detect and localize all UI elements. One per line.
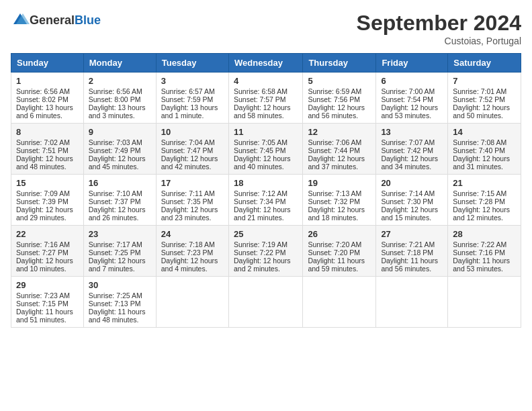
day-number: 17 bbox=[161, 178, 224, 188]
day-info-line: Daylight: 12 hours bbox=[381, 205, 443, 214]
day-number: 4 bbox=[234, 76, 298, 86]
calendar-table: SundayMondayTuesdayWednesdayThursdayFrid… bbox=[11, 53, 521, 328]
calendar-cell: 16Sunrise: 7:10 AMSunset: 7:37 PMDayligh… bbox=[83, 175, 156, 226]
day-number: 3 bbox=[161, 76, 224, 86]
calendar-cell bbox=[156, 277, 228, 328]
day-info-line: Daylight: 12 hours bbox=[161, 257, 224, 265]
day-info-line: Sunset: 7:13 PM bbox=[89, 300, 151, 308]
day-info-line: and 56 minutes. bbox=[381, 265, 443, 273]
day-info-line: Sunset: 7:59 PM bbox=[161, 95, 224, 103]
day-info-line: Daylight: 13 hours bbox=[161, 103, 224, 111]
day-info-line: Sunrise: 7:00 AM bbox=[381, 87, 443, 95]
day-info-line: Daylight: 11 hours bbox=[308, 257, 371, 265]
calendar-week-row: 15Sunrise: 7:09 AMSunset: 7:39 PMDayligh… bbox=[11, 175, 521, 226]
day-number: 1 bbox=[16, 76, 79, 86]
day-info-line: Daylight: 13 hours bbox=[16, 103, 79, 111]
weekday-header: Sunday bbox=[11, 54, 84, 73]
day-info-line: Daylight: 12 hours bbox=[89, 205, 151, 214]
day-info-line: Daylight: 11 hours bbox=[16, 308, 79, 316]
day-info-line: and 29 minutes. bbox=[16, 214, 79, 222]
day-info-line: Daylight: 12 hours bbox=[89, 257, 151, 265]
day-number: 14 bbox=[453, 127, 516, 137]
day-info-line: Sunset: 7:45 PM bbox=[234, 146, 298, 154]
day-info-line: and 21 minutes. bbox=[234, 214, 298, 222]
day-info-line: and 15 minutes. bbox=[381, 214, 443, 222]
weekday-header: Friday bbox=[376, 54, 448, 73]
day-info-line: and 56 minutes. bbox=[308, 111, 371, 120]
calendar-cell: 1Sunrise: 6:56 AMSunset: 8:02 PMDaylight… bbox=[11, 73, 84, 124]
day-number: 9 bbox=[89, 127, 151, 137]
calendar-cell bbox=[448, 277, 521, 328]
day-number: 18 bbox=[234, 178, 298, 188]
day-info-line: and 4 minutes. bbox=[161, 265, 224, 273]
day-info-line: Daylight: 12 hours bbox=[453, 205, 516, 214]
day-info-line: Daylight: 12 hours bbox=[381, 154, 443, 163]
day-number: 19 bbox=[308, 178, 371, 188]
day-number: 22 bbox=[16, 229, 79, 239]
day-info-line: Daylight: 11 hours bbox=[89, 308, 151, 316]
location: Custoias, Portugal bbox=[357, 36, 521, 46]
day-info-line: Daylight: 12 hours bbox=[16, 205, 79, 214]
day-info-line: and 3 minutes. bbox=[89, 111, 151, 120]
day-number: 5 bbox=[308, 76, 371, 86]
calendar-cell: 3Sunrise: 6:57 AMSunset: 7:59 PMDaylight… bbox=[156, 73, 228, 124]
calendar-cell: 5Sunrise: 6:59 AMSunset: 7:56 PMDaylight… bbox=[303, 73, 376, 124]
day-info-line: Sunset: 8:00 PM bbox=[89, 95, 151, 103]
day-info-line: Daylight: 12 hours bbox=[234, 103, 298, 111]
day-info-line: Sunset: 7:52 PM bbox=[453, 95, 516, 103]
day-info-line: and 50 minutes. bbox=[453, 111, 516, 120]
day-number: 10 bbox=[161, 127, 224, 137]
day-info-line: and 51 minutes. bbox=[16, 316, 79, 324]
calendar-cell: 8Sunrise: 7:02 AMSunset: 7:51 PMDaylight… bbox=[11, 124, 84, 175]
weekday-header: Tuesday bbox=[156, 54, 228, 73]
day-number: 27 bbox=[381, 229, 443, 239]
calendar-week-row: 22Sunrise: 7:16 AMSunset: 7:27 PMDayligh… bbox=[11, 226, 521, 277]
day-info-line: Sunrise: 7:05 AM bbox=[234, 138, 298, 146]
calendar-cell: 28Sunrise: 7:22 AMSunset: 7:16 PMDayligh… bbox=[448, 226, 521, 277]
day-info-line: and 34 minutes. bbox=[381, 163, 443, 171]
day-info-line: Sunset: 7:32 PM bbox=[308, 197, 371, 205]
day-info-line: Sunrise: 7:17 AM bbox=[89, 240, 151, 248]
calendar-cell: 24Sunrise: 7:18 AMSunset: 7:23 PMDayligh… bbox=[156, 226, 228, 277]
calendar-cell: 17Sunrise: 7:11 AMSunset: 7:35 PMDayligh… bbox=[156, 175, 228, 226]
day-info-line: and 59 minutes. bbox=[308, 265, 371, 273]
day-number: 28 bbox=[453, 229, 516, 239]
day-info-line: and 31 minutes. bbox=[453, 163, 516, 171]
day-info-line: Sunrise: 6:59 AM bbox=[308, 87, 371, 95]
day-info-line: and 40 minutes. bbox=[234, 163, 298, 171]
day-info-line: and 6 minutes. bbox=[16, 111, 79, 120]
day-info-line: and 48 minutes. bbox=[16, 163, 79, 171]
day-info-line: and 18 minutes. bbox=[308, 214, 371, 222]
day-info-line: Sunset: 7:23 PM bbox=[161, 248, 224, 257]
day-info-line: Sunset: 7:49 PM bbox=[89, 146, 151, 154]
day-number: 7 bbox=[453, 76, 516, 86]
day-info-line: Sunrise: 7:21 AM bbox=[381, 240, 443, 248]
calendar-cell: 23Sunrise: 7:17 AMSunset: 7:25 PMDayligh… bbox=[83, 226, 156, 277]
day-info-line: Sunset: 7:40 PM bbox=[453, 146, 516, 154]
day-info-line: Daylight: 12 hours bbox=[234, 257, 298, 265]
calendar-week-row: 1Sunrise: 6:56 AMSunset: 8:02 PMDaylight… bbox=[11, 73, 521, 124]
day-info-line: Sunset: 7:22 PM bbox=[234, 248, 298, 257]
day-info-line: and 53 minutes. bbox=[453, 265, 516, 273]
day-info-line: Sunset: 7:25 PM bbox=[89, 248, 151, 257]
day-info-line: Sunset: 7:57 PM bbox=[234, 95, 298, 103]
day-info-line: Sunset: 7:42 PM bbox=[381, 146, 443, 154]
day-info-line: Daylight: 12 hours bbox=[308, 103, 371, 111]
calendar-body: 1Sunrise: 6:56 AMSunset: 8:02 PMDaylight… bbox=[11, 73, 521, 328]
day-number: 29 bbox=[16, 280, 79, 290]
calendar-cell bbox=[376, 277, 448, 328]
day-info-line: Sunrise: 7:02 AM bbox=[16, 138, 79, 146]
day-info-line: Sunrise: 7:11 AM bbox=[161, 189, 224, 197]
day-info-line: Sunrise: 7:16 AM bbox=[16, 240, 79, 248]
day-info-line: Sunrise: 7:06 AM bbox=[308, 138, 371, 146]
day-number: 21 bbox=[453, 178, 516, 188]
day-number: 12 bbox=[308, 127, 371, 137]
day-info-line: Daylight: 12 hours bbox=[16, 154, 79, 163]
day-info-line: Sunset: 7:37 PM bbox=[89, 197, 151, 205]
day-info-line: and 26 minutes. bbox=[89, 214, 151, 222]
day-info-line: Sunset: 7:15 PM bbox=[16, 300, 79, 308]
calendar-cell: 12Sunrise: 7:06 AMSunset: 7:44 PMDayligh… bbox=[303, 124, 376, 175]
day-number: 6 bbox=[381, 76, 443, 86]
day-number: 13 bbox=[381, 127, 443, 137]
logo-text: GeneralBlue bbox=[30, 13, 101, 28]
